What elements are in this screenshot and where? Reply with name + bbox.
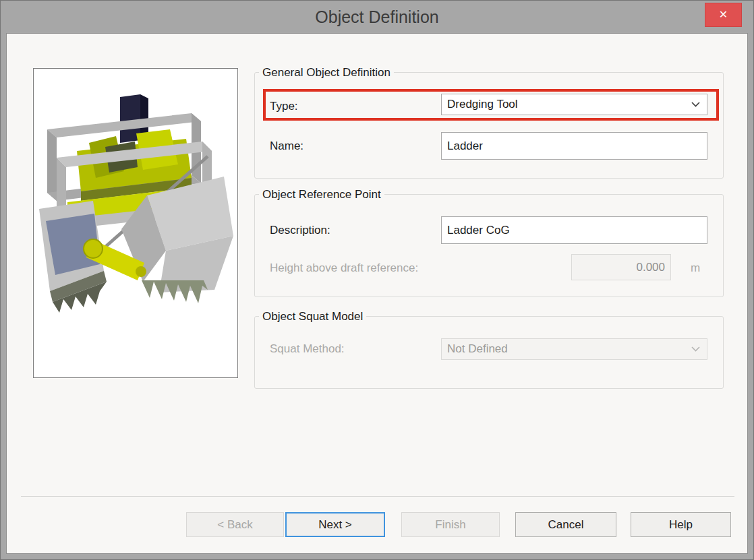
close-button[interactable]: ✕ [705,3,742,27]
next-button[interactable]: Next > [285,512,385,537]
height-unit-label: m [691,261,700,275]
preview-panel [33,68,238,378]
group-title-general: General Object Definition [259,66,394,80]
group-object-reference-point: Object Reference Point Description: Heig… [254,194,724,297]
description-label: Description: [270,224,330,237]
group-title-squat: Object Squat Model [259,310,366,323]
object-definition-dialog: Object Definition ✕ [0,0,754,560]
type-dropdown[interactable]: Dredging Tool [441,94,707,115]
finish-button: Finish [401,512,500,537]
button-bar-divider [21,496,734,497]
back-button: < Back [186,512,284,537]
height-above-draft-input [571,254,671,280]
description-input[interactable] [441,216,707,244]
titlebar[interactable]: Object Definition ✕ [1,1,753,33]
dialog-title: Object Definition [1,1,753,33]
type-dropdown-value: Dredging Tool [447,98,518,111]
cancel-button[interactable]: Cancel [515,512,616,537]
name-label: Name: [270,139,303,153]
chevron-down-icon [691,102,700,107]
type-label: Type: [270,100,298,113]
group-object-squat-model: Object Squat Model Squat Method: Not Def… [254,316,724,389]
chevron-down-icon [691,346,700,352]
height-above-draft-label: Height above draft reference: [270,261,418,275]
help-button[interactable]: Help [631,512,731,537]
group-general-object-definition: General Object Definition Type: Dredging… [254,72,724,179]
squat-method-dropdown-value: Not Defined [447,342,508,356]
squat-method-label: Squat Method: [270,342,345,356]
close-icon: ✕ [719,9,728,20]
group-title-reference: Object Reference Point [259,188,384,201]
dredging-tool-3d-model [38,73,233,373]
squat-method-dropdown: Not Defined [441,338,707,360]
name-input[interactable] [441,132,707,160]
